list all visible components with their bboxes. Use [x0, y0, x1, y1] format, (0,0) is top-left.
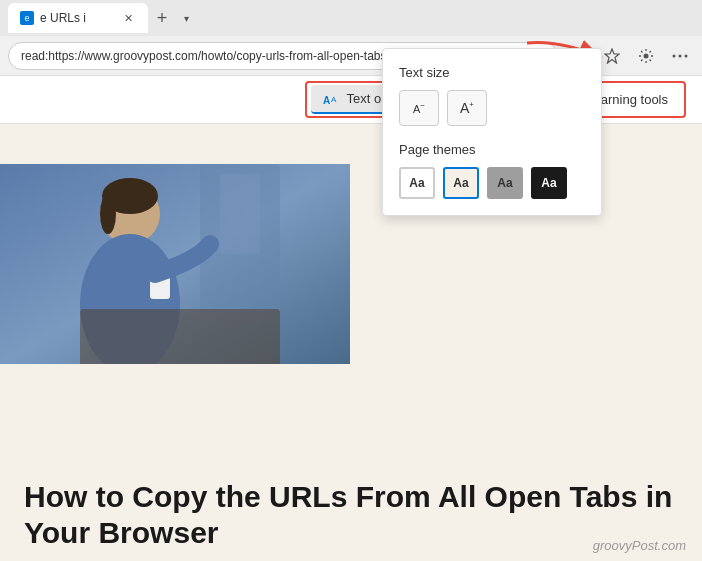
text-size-controls: A− A+ [399, 90, 585, 126]
svg-point-23 [100, 194, 116, 234]
theme-black-button[interactable]: Aa [531, 167, 567, 199]
article-title: How to Copy the URLs From All Open Tabs … [24, 479, 678, 551]
svg-point-6 [679, 54, 682, 57]
main-content: How to Copy the URLs From All Open Tabs … [0, 164, 702, 561]
theme-gray-button[interactable]: Aa [487, 167, 523, 199]
settings-button[interactable] [632, 42, 660, 70]
svg-point-5 [673, 54, 676, 57]
theme-light-button[interactable]: Aa [443, 167, 479, 199]
browser-tab[interactable]: e e URLs i ✕ [8, 3, 148, 33]
svg-rect-26 [80, 309, 280, 364]
tab-bar: e e URLs i ✕ + ▾ [0, 0, 702, 36]
svg-point-7 [685, 54, 688, 57]
tab-close-button[interactable]: ✕ [120, 10, 136, 26]
svg-text:A: A [323, 95, 330, 106]
increase-text-size-button[interactable]: A+ [447, 90, 487, 126]
new-tab-button[interactable]: + [148, 4, 176, 32]
svg-rect-19 [220, 174, 260, 254]
watermark: groovyPost.com [593, 538, 686, 553]
tab-dropdown-button[interactable]: ▾ [176, 8, 196, 28]
svg-text:A: A [331, 95, 337, 104]
text-size-title: Text size [399, 65, 585, 80]
theme-white-button[interactable]: Aa [399, 167, 435, 199]
decrease-text-size-button[interactable]: A− [399, 90, 439, 126]
tab-label: e URLs i [40, 11, 86, 25]
text-options-panel: Text size A− A+ Page themes Aa Aa Aa Aa [382, 48, 602, 216]
tab-favicon: e [20, 11, 34, 25]
svg-point-4 [644, 53, 649, 58]
hero-image [0, 164, 350, 364]
page-themes-row: Aa Aa Aa Aa [399, 167, 585, 199]
page-themes-title: Page themes [399, 142, 585, 157]
more-button[interactable] [666, 42, 694, 70]
